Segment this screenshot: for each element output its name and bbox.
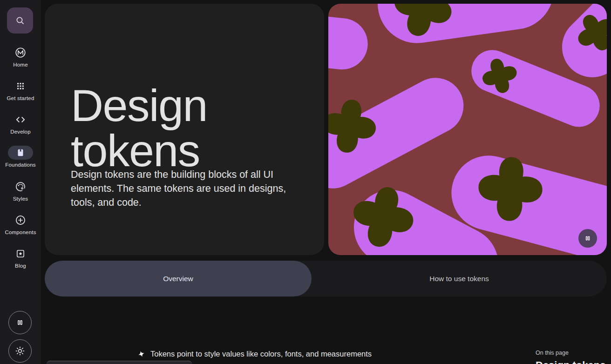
sparkle-icon (137, 350, 146, 358)
hero-media-card (328, 4, 607, 255)
sidebar-item-label: Styles (13, 196, 28, 202)
code-icon (14, 113, 27, 127)
media-pause-button[interactable] (578, 229, 597, 248)
next-section-card-edge (47, 361, 192, 364)
on-this-page-heading: On this page (536, 350, 569, 356)
search-button[interactable] (7, 7, 33, 34)
brightness-icon (14, 345, 26, 357)
apps-grid-icon (15, 79, 26, 93)
page-title-line1: Design (71, 83, 207, 128)
sidebar-item-develop[interactable]: Develop (0, 113, 41, 135)
sidebar-item-get-started[interactable]: Get started (0, 79, 41, 101)
sidebar-item-label: Blog (15, 263, 26, 269)
hero-description: Design tokens are the building blocks of… (71, 168, 297, 209)
active-nav-pill (8, 146, 33, 160)
material-logo-icon (14, 46, 27, 60)
sidebar: Home Get started Develop (0, 0, 41, 364)
pause-animations-button[interactable] (8, 311, 32, 334)
star-square-icon (15, 247, 26, 261)
sidebar-item-label: Components (5, 229, 36, 235)
feature-row: Tokens point to style values like colors… (138, 350, 372, 358)
sidebar-item-home[interactable]: Home (0, 46, 41, 67)
on-this-page-link[interactable]: Design tokens (536, 359, 605, 364)
sidebar-item-label: Develop (10, 129, 31, 135)
design-tokens-artwork (328, 4, 607, 255)
add-circle-icon (14, 213, 27, 227)
hero-card: Design tokens Design tokens are the buil… (45, 4, 324, 255)
sidebar-item-label: Foundations (5, 162, 36, 168)
sidebar-item-foundations[interactable]: Foundations (0, 146, 41, 168)
sidebar-item-styles[interactable]: Styles (0, 180, 41, 202)
feature-text: Tokens point to style values like colors… (150, 350, 372, 358)
page-title-line2: tokens (71, 128, 207, 173)
tab-overview[interactable]: Overview (45, 261, 312, 297)
sidebar-item-components[interactable]: Components (0, 213, 41, 235)
pause-icon (584, 234, 592, 243)
book-icon (15, 148, 26, 158)
pause-icon (15, 317, 25, 328)
search-icon (14, 15, 26, 26)
sidebar-item-blog[interactable]: Blog (0, 247, 41, 269)
design-tokens-page: Home Get started Develop (0, 0, 611, 364)
sidebar-item-label: Home (13, 62, 27, 67)
page-tabs: Overview How to use tokens (45, 261, 607, 297)
tab-how-to-use-tokens[interactable]: How to use tokens (312, 261, 607, 297)
sidebar-item-label: Get started (7, 95, 34, 101)
theme-toggle-button[interactable] (8, 339, 32, 363)
page-title: Design tokens (71, 83, 207, 173)
palette-icon (14, 180, 27, 194)
